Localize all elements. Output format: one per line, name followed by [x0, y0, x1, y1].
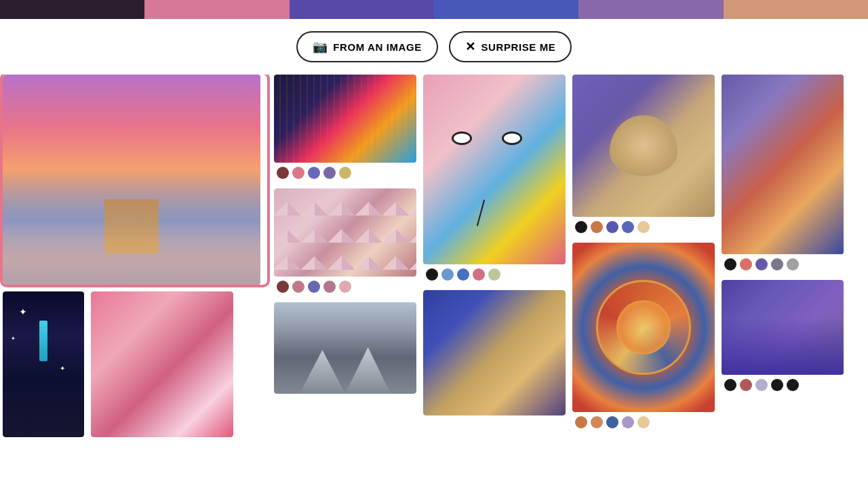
- strip-seg-1: [0, 0, 144, 19]
- dot[interactable]: [606, 416, 618, 428]
- strip-seg-3: [290, 0, 434, 19]
- dot[interactable]: [441, 268, 454, 281]
- card-opera[interactable]: [274, 302, 416, 394]
- dot[interactable]: [622, 416, 634, 428]
- dot[interactable]: [591, 221, 603, 233]
- dot[interactable]: [724, 258, 736, 270]
- dot[interactable]: [292, 167, 304, 179]
- image-purple-scene: [722, 280, 844, 375]
- strip-seg-4: [434, 0, 578, 19]
- dot[interactable]: [622, 221, 634, 233]
- dot[interactable]: [575, 221, 587, 233]
- dot[interactable]: [755, 379, 768, 391]
- dot[interactable]: [323, 167, 336, 179]
- card-dancer[interactable]: [91, 291, 233, 437]
- image-mythology: [423, 290, 566, 415]
- dot[interactable]: [637, 416, 650, 428]
- image-mandala: [572, 243, 715, 412]
- strip-seg-2: [144, 0, 289, 19]
- card-city[interactable]: [274, 75, 416, 180]
- col-4: [572, 75, 715, 488]
- shell-dots: [572, 217, 715, 235]
- dot[interactable]: [637, 221, 650, 233]
- dot[interactable]: [591, 416, 603, 428]
- dot[interactable]: [308, 281, 320, 293]
- card-space[interactable]: ✦ ✦ ✦: [3, 291, 84, 437]
- dot[interactable]: [339, 167, 351, 179]
- image-sunset-temple: [3, 75, 260, 285]
- dot[interactable]: [787, 258, 799, 270]
- gallery-area: ✦ ✦ ✦: [0, 75, 868, 488]
- indian-dots: [722, 254, 844, 272]
- image-dancer: [91, 291, 233, 437]
- dot[interactable]: [575, 416, 587, 428]
- surprise-me-button[interactable]: ✕ SURPRISE ME: [449, 31, 572, 62]
- image-space: ✦ ✦ ✦: [3, 291, 84, 437]
- col-large: ✦ ✦ ✦: [3, 75, 267, 488]
- dot[interactable]: [606, 221, 618, 233]
- image-opera: [274, 302, 416, 394]
- gallery-section: ✦ ✦ ✦: [0, 75, 868, 488]
- image-city: [274, 75, 416, 163]
- strip-seg-5: [578, 0, 723, 19]
- dot[interactable]: [457, 268, 469, 281]
- dot[interactable]: [771, 258, 783, 270]
- dot[interactable]: [740, 258, 752, 270]
- col-2: [274, 75, 416, 488]
- image-abstract: [423, 75, 566, 264]
- dot[interactable]: [740, 379, 752, 391]
- image-shell: [572, 75, 715, 217]
- purple-dots: [722, 375, 844, 392]
- geometric-dots: [274, 277, 416, 294]
- dot[interactable]: [787, 379, 799, 391]
- dot[interactable]: [755, 258, 768, 270]
- dot[interactable]: [426, 268, 438, 281]
- dot[interactable]: [473, 268, 485, 281]
- dot[interactable]: [292, 281, 304, 293]
- card-shell[interactable]: [572, 75, 715, 235]
- col-5: [722, 75, 844, 488]
- dot[interactable]: [488, 268, 500, 281]
- col-3: [423, 75, 566, 488]
- mandala-dots: [572, 412, 715, 430]
- dot[interactable]: [724, 379, 736, 391]
- card-abstract[interactable]: [423, 75, 566, 282]
- city-dots: [274, 163, 416, 180]
- dot[interactable]: [308, 167, 320, 179]
- dot[interactable]: [771, 379, 783, 391]
- action-bar: 📷 FROM AN IMAGE ✕ SURPRISE ME: [0, 19, 868, 75]
- dot[interactable]: [323, 281, 336, 293]
- color-strip: [0, 0, 868, 19]
- image-geometric: [274, 188, 416, 277]
- image-indian: [722, 75, 844, 254]
- strip-seg-6: [724, 0, 868, 19]
- large-col-bottom: ✦ ✦ ✦: [3, 291, 267, 437]
- card-sunset-temple[interactable]: [3, 75, 267, 285]
- from-image-button[interactable]: 📷 FROM AN IMAGE: [296, 31, 438, 62]
- card-geometric[interactable]: [274, 188, 416, 294]
- surprise-icon: ✕: [465, 39, 476, 54]
- card-indian[interactable]: [722, 75, 844, 272]
- dot[interactable]: [277, 167, 289, 179]
- abstract-dots: [423, 264, 566, 282]
- card-purple-scene[interactable]: [722, 280, 844, 392]
- dot[interactable]: [277, 281, 289, 293]
- surprise-me-label: SURPRISE ME: [481, 41, 555, 53]
- card-mandala[interactable]: [572, 243, 715, 430]
- card-mythology[interactable]: [423, 290, 566, 415]
- camera-icon: 📷: [313, 39, 328, 54]
- dot[interactable]: [339, 281, 351, 293]
- from-image-label: FROM AN IMAGE: [333, 41, 422, 53]
